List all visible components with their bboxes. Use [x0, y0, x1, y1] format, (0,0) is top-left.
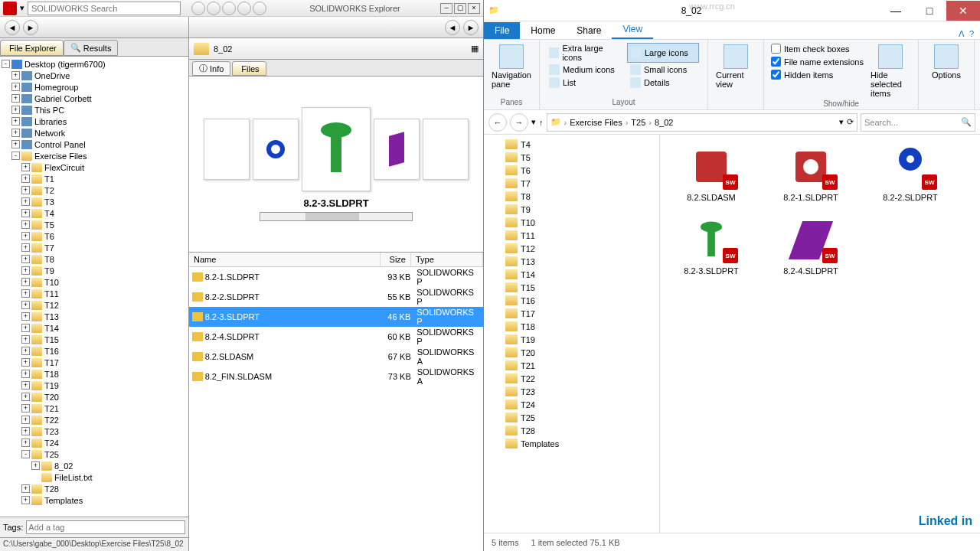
large-icons-button[interactable]: Large icons [627, 43, 699, 63]
expand-icon[interactable]: - [11, 152, 20, 160]
tree-item[interactable]: +T7 [2, 242, 187, 253]
forward-button[interactable]: → [510, 113, 528, 132]
expand-icon[interactable]: + [21, 416, 30, 424]
sw-file-list[interactable]: Name Size Type 8.2-1.SLDPRT93 KBSOLIDWOR… [189, 253, 483, 551]
tree-item[interactable]: FileList.txt [2, 471, 187, 483]
file-row[interactable]: 8.2-2.SLDPRT55 KBSOLIDWORKS P [189, 287, 483, 307]
expand-icon[interactable]: + [21, 393, 30, 401]
maximize-button[interactable]: □ [913, 1, 946, 21]
up-button[interactable]: ↑ [539, 118, 544, 127]
tree-item[interactable]: +T21 [2, 403, 187, 414]
file-row[interactable]: 8.2.SLDASM67 KBSOLIDWORKS A [189, 347, 483, 367]
refresh-icon[interactable]: ⟳ [847, 117, 854, 127]
sw-search-input[interactable] [28, 2, 181, 15]
subtab-info[interactable]: ⓘInfo [192, 61, 230, 76]
list-button[interactable]: List [546, 77, 626, 89]
tree-item[interactable]: Templates [487, 437, 656, 450]
expand-icon[interactable]: + [21, 484, 30, 493]
tree-item[interactable]: +T20 [2, 391, 187, 403]
small-icons-button[interactable]: Small icons [627, 64, 699, 76]
expand-icon[interactable]: + [21, 439, 30, 447]
subtab-files[interactable]: Files [232, 61, 266, 76]
file-row[interactable]: 8.2-3.SLDPRT46 KBSOLIDWORKS P [189, 307, 483, 327]
tree-item[interactable]: +T13 [2, 311, 187, 322]
tree-item[interactable]: T16 [487, 294, 656, 307]
hidden-items-toggle[interactable]: Hidden items [770, 69, 864, 80]
tree-item[interactable]: T6 [487, 164, 656, 177]
tree-item[interactable]: +T22 [2, 414, 187, 425]
expand-icon[interactable]: + [21, 266, 30, 275]
expand-icon[interactable]: + [21, 370, 30, 378]
col-type[interactable]: Type [411, 253, 483, 266]
expand-icon[interactable]: + [11, 71, 20, 80]
expand-icon[interactable]: + [21, 197, 30, 206]
tree-item[interactable]: T15 [487, 281, 656, 294]
expand-icon[interactable]: + [21, 381, 30, 390]
help-icon[interactable]: ? [969, 29, 974, 39]
tree-item[interactable]: T18 [487, 320, 656, 333]
expand-icon[interactable]: + [21, 347, 30, 355]
tree-item[interactable]: +8_02 [2, 460, 187, 471]
history-dropdown-icon[interactable]: ▾ [531, 117, 536, 127]
preview-scrollbar[interactable] [260, 212, 413, 221]
tree-item[interactable]: T17 [487, 307, 656, 320]
tree-item[interactable]: +This PC [2, 104, 187, 116]
expand-icon[interactable]: + [21, 232, 30, 240]
expand-icon[interactable]: + [21, 163, 30, 171]
back-button-2[interactable]: ◄ [445, 20, 460, 35]
dropdown-arrow-icon[interactable]: ▾ [20, 3, 24, 13]
col-name[interactable]: Name [189, 253, 381, 266]
preview-card-next2[interactable] [423, 119, 469, 180]
tree-item[interactable]: +T17 [2, 357, 187, 368]
tree-item[interactable]: +Control Panel [2, 139, 187, 150]
tree-item[interactable]: +Network [2, 127, 187, 139]
tree-item[interactable]: T23 [487, 385, 656, 398]
expand-icon[interactable]: + [21, 324, 30, 332]
tree-item[interactable]: -Exercise Files [2, 150, 187, 161]
maximize-button[interactable]: ▢ [454, 3, 466, 14]
tree-item[interactable]: +OneDrive [2, 70, 187, 81]
help-icon[interactable] [253, 2, 266, 15]
close-button[interactable]: ✕ [946, 1, 980, 21]
tree-item[interactable]: T25 [487, 411, 656, 424]
tree-item[interactable]: T19 [487, 333, 656, 346]
tree-item[interactable]: +FlexCircuit [2, 161, 187, 173]
preview-card-prev2[interactable] [204, 119, 250, 180]
tree-item[interactable]: +T2 [2, 184, 187, 196]
tree-item[interactable]: +T9 [2, 265, 187, 276]
medium-icons-button[interactable]: Medium icons [546, 64, 626, 76]
win-file-grid[interactable]: SW8.2.SLDASMSW8.2-1.SLDPRTSW8.2-2.SLDPRT… [660, 135, 980, 533]
expand-icon[interactable]: - [2, 60, 10, 68]
expand-icon[interactable]: + [11, 83, 20, 91]
toolbar-icon-3[interactable] [222, 2, 236, 15]
tree-item[interactable]: +T16 [2, 345, 187, 357]
tab-file-explorer[interactable]: File Explorer [0, 40, 64, 56]
col-size[interactable]: Size [381, 253, 411, 266]
expand-icon[interactable]: + [21, 186, 30, 194]
expand-icon[interactable]: + [21, 404, 30, 412]
tree-item[interactable]: +Homegroup [2, 81, 187, 93]
details-button[interactable]: Details [627, 77, 699, 89]
tree-item[interactable]: +T4 [2, 207, 187, 219]
tree-item[interactable]: +Gabriel Corbett [2, 93, 187, 104]
close-button[interactable]: × [468, 3, 480, 14]
tab-view[interactable]: View [612, 21, 653, 39]
breadcrumb[interactable]: 📁 ›Exercise Files ›T25 ›8_02 ▾ ⟳ [547, 113, 858, 132]
tree-item[interactable]: +T11 [2, 288, 187, 299]
file-row[interactable]: 8.2-1.SLDPRT93 KBSOLIDWORKS P [189, 267, 483, 287]
hide-selected-button[interactable]: Hide selected items [869, 43, 912, 99]
preview-card-next1[interactable] [374, 119, 420, 180]
tree-item[interactable]: +T3 [2, 196, 187, 207]
current-view-button[interactable]: Current view [714, 43, 757, 90]
tree-item[interactable]: +T24 [2, 437, 187, 448]
file-item[interactable]: SW8.2-2.SLDPRT [868, 144, 952, 202]
item-checkboxes-toggle[interactable]: Item check boxes [770, 43, 864, 54]
expand-icon[interactable]: + [21, 220, 30, 229]
back-button[interactable]: ◄ [5, 20, 20, 35]
expand-icon[interactable]: + [11, 117, 20, 126]
navigation-pane-button[interactable]: Navigation pane [490, 43, 533, 90]
tree-item[interactable]: T11 [487, 229, 656, 242]
tab-results[interactable]: 🔍Results [64, 40, 119, 56]
tree-item[interactable]: T9 [487, 203, 656, 216]
file-item[interactable]: SW8.2-1.SLDPRT [769, 144, 853, 202]
